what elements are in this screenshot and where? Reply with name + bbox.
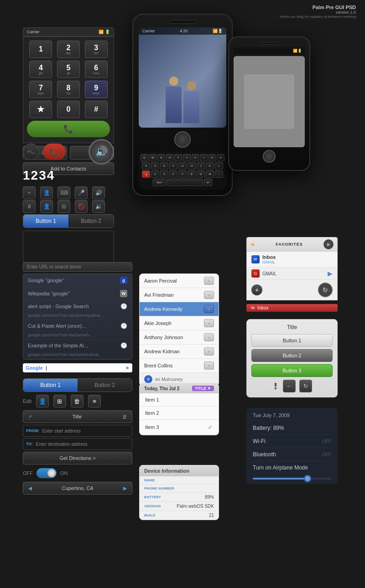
key-star[interactable]: ★ [29,101,52,118]
google-search-bar[interactable]: Google ➤ [23,363,132,372]
toggle-button-2[interactable]: Button 2 [68,215,114,227]
get-directions-button[interactable]: Get Directions > [23,452,132,464]
key-hash[interactable]: # [85,101,108,118]
key-s[interactable]: S [151,162,159,170]
prev-location-icon[interactable]: ◄ [27,485,33,492]
end-call-button[interactable]: 📞 [43,144,66,160]
back-button[interactable]: ← [283,380,296,392]
contact-btn-2[interactable]: › [204,291,214,299]
volume-icon[interactable]: 🔊 [92,186,105,199]
key-u[interactable]: U [192,154,199,161]
browser-result-2[interactable]: Wikipedia "google" W [23,287,132,300]
browser-result-5[interactable]: Example of the Simple AI... 🕐 google.com… [23,340,132,359]
dialog-button-1[interactable]: Button 1 [251,334,333,347]
key-c[interactable]: C [169,170,177,178]
to-input-row[interactable]: TO: Enter destination address [23,438,132,450]
key-f[interactable]: F [169,162,177,170]
hold-icon[interactable]: ⏸ [23,200,36,213]
key-l[interactable]: L [215,162,223,170]
merge-icon[interactable]: ⊞ [57,200,70,213]
contact-btn-6[interactable]: › [204,347,214,356]
toggle-btn-2-bottom[interactable]: Button 2 [78,379,132,392]
phone-home-right[interactable] [263,150,276,163]
contact-akie[interactable]: Akie Joseph › [140,316,219,330]
title-badge[interactable]: TITLE ▼ [192,386,214,391]
favorites-options-button[interactable]: ▶ [323,239,334,249]
toggle-button-1[interactable]: Button 1 [23,215,68,227]
gmail-bar[interactable]: G GMAIL ▶ [247,268,337,280]
key-q[interactable]: Q [141,154,148,161]
key-space[interactable] [167,179,203,186]
key-o[interactable]: O [209,154,216,161]
edit-icon-3[interactable]: 🗑 [71,395,83,407]
key-2[interactable]: 2abc [57,41,80,58]
list-item-1[interactable]: Item 1 [140,393,219,407]
contact-andrew-k[interactable]: Andrew Kennedy › [140,302,219,316]
browser-result-1[interactable]: Google "google" g [23,274,132,287]
brightness-slider[interactable] [253,478,331,480]
contact-btn-3[interactable]: › [204,305,214,313]
contact-andrew-kid[interactable]: Andrew Kidman › [140,345,219,359]
key-g[interactable]: G [178,162,187,170]
keypad-icon[interactable]: ⌨ [57,186,70,199]
key-x[interactable]: X [160,170,168,178]
call-button[interactable]: 📞 [27,121,110,137]
contact-anthony[interactable]: Anthony Johnson › [140,330,219,345]
key-7[interactable]: 7pqrs [29,81,52,98]
contact-avi[interactable]: Avi Friedman › [140,288,219,302]
key-z[interactable]: Z [151,170,159,178]
key-3[interactable]: 3def [85,41,108,58]
key-9[interactable]: 9wxyz [85,81,108,98]
key-8[interactable]: 8tuv [57,81,80,98]
fav-inbox[interactable]: ✉ Inbox GMAIL [247,252,337,268]
key-i[interactable]: I [200,154,208,161]
google-search-input[interactable] [45,364,123,371]
refresh-button[interactable]: ↻ [299,380,312,392]
key-w[interactable]: W [149,154,157,161]
key-d[interactable]: D [160,162,168,170]
key-4[interactable]: 4ghi [29,61,52,78]
toggle-btn-1-bottom[interactable]: Button 1 [23,379,78,392]
key-p[interactable]: P [217,154,224,161]
key-j[interactable]: J [197,162,205,170]
mute-icon[interactable]: 🎤 [75,186,88,199]
trash-icon[interactable]: 🗑 [122,414,127,419]
browser-address-bar[interactable]: Enter URL or search terms [23,262,132,272]
key-r[interactable]: R [166,154,174,161]
key-backspace[interactable]: ← [215,170,223,178]
key-a[interactable]: A [142,162,150,170]
key-t[interactable]: T [174,154,182,161]
key-h[interactable]: H [188,162,196,170]
key-sym[interactable]: Sym [153,179,166,186]
key-n[interactable]: N [197,170,205,178]
contact-btn-7[interactable]: › [204,361,214,370]
add-call-icon[interactable]: + [23,186,36,199]
fav-add-button[interactable]: + [251,284,262,295]
key-y[interactable]: Y [183,154,191,161]
edit-icon-1[interactable]: 👤 [36,395,49,407]
contacts-icon[interactable]: 👤 [40,186,53,199]
browser-result-3[interactable]: alert script - Google Search 🕐 google.co… [23,300,132,320]
from-input[interactable]: Enter start address [42,428,130,433]
dialog-button-2[interactable]: Button 2 [251,349,333,362]
key-k[interactable]: K [206,162,214,170]
contact-btn-1[interactable]: › [204,277,214,285]
contact-brent[interactable]: Brent Collins › [140,359,219,373]
contact-btn-5[interactable]: › [204,333,214,341]
key-enter[interactable]: ↵ [204,179,212,186]
add-call-button[interactable]: +📞 [23,144,39,160]
dialog-button-3[interactable]: Button 3 [251,364,333,377]
to-input[interactable]: Enter destination address [36,442,129,447]
contact-aaron[interactable]: Aaron Percival › [140,274,219,288]
fav-refresh-button[interactable]: ↻ [318,283,333,297]
mute2-icon[interactable]: 🚫 [75,200,88,213]
key-6[interactable]: 6mno [85,61,108,78]
contact-btn-4[interactable]: › [204,319,214,327]
next-location-icon[interactable]: ► [122,485,128,492]
from-input-row[interactable]: FROM: Enter start address [23,425,132,437]
key-1[interactable]: 1 [29,41,52,58]
key-m[interactable]: M [206,170,214,178]
toggle-switch[interactable] [36,468,57,478]
key-0[interactable]: 0 [57,101,80,118]
key-5[interactable]: 5jkl [57,61,80,78]
